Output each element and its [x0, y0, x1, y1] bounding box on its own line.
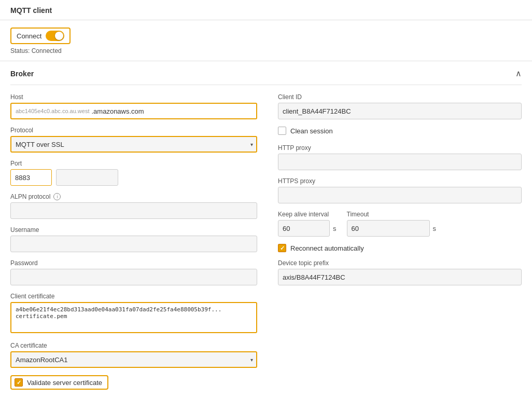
validate-cert-checkbox[interactable]	[15, 378, 23, 387]
protocol-select[interactable]: MQTT over SSL	[10, 136, 257, 153]
validate-cert-box[interactable]: Validate server certificate	[10, 375, 108, 390]
connect-section: Connect Status: Connected	[0, 20, 532, 61]
reconnect-checkbox[interactable]	[278, 244, 286, 252]
keep-alive-group: Keep alive interval s	[278, 211, 337, 237]
password-group: Password	[10, 259, 257, 285]
password-label: Password	[10, 259, 257, 267]
broker-section: Broker ∧ Host abc1405e4c0.abc.co.au.west…	[0, 61, 532, 400]
connect-row: Connect	[10, 28, 522, 44]
status-text: Status: Connected	[10, 47, 522, 54]
keep-alive-unit: s	[333, 225, 337, 232]
alpn-label: ALPN protocol	[10, 193, 50, 200]
clean-session-checkbox[interactable]	[278, 127, 286, 135]
https-proxy-group: HTTPS proxy	[278, 177, 522, 203]
alpn-info-icon[interactable]: i	[53, 193, 61, 200]
client-cert-label: Client certificate	[10, 293, 257, 300]
broker-title: Broker	[10, 70, 34, 78]
http-proxy-label: HTTP proxy	[278, 144, 522, 152]
timeout-input-row: s	[347, 220, 437, 237]
protocol-label: Protocol	[10, 127, 257, 134]
device-topic-input[interactable]	[278, 269, 522, 285]
timeout-input[interactable]	[347, 220, 430, 237]
username-group: Username	[10, 226, 257, 252]
device-topic-label: Device topic prefix	[278, 259, 522, 267]
connect-label: Connect	[17, 32, 41, 40]
http-proxy-input[interactable]	[278, 154, 522, 170]
username-input[interactable]	[10, 236, 257, 252]
host-group: Host abc1405e4c0.abc.co.au.west .amazona…	[10, 93, 257, 119]
client-id-group: Client ID	[278, 93, 522, 119]
reconnect-row: Reconnect automatically	[278, 244, 522, 252]
ca-cert-group: CA certificate AmazonRootCA1 ▾	[10, 342, 257, 368]
validate-cert-row: Validate server certificate	[10, 375, 257, 390]
clean-session-label: Clean session	[290, 127, 333, 135]
port-group: Port	[10, 160, 257, 186]
validate-cert-label: Validate server certificate	[27, 379, 102, 387]
page-title: MQTT client	[0, 0, 532, 20]
host-label: Host	[10, 93, 257, 101]
protocol-group: Protocol MQTT over SSL ▾	[10, 127, 257, 153]
http-proxy-group: HTTP proxy	[278, 144, 522, 170]
collapse-icon[interactable]: ∧	[515, 68, 522, 78]
ca-cert-label: CA certificate	[10, 342, 257, 349]
port-extra-input[interactable]	[56, 169, 118, 186]
alpn-group: ALPN protocol i	[10, 193, 257, 219]
password-input[interactable]	[10, 269, 257, 285]
timeout-label: Timeout	[347, 211, 437, 218]
keep-alive-input[interactable]	[278, 220, 330, 237]
port-label: Port	[10, 160, 257, 167]
reconnect-label: Reconnect automatically	[290, 244, 364, 252]
https-proxy-label: HTTPS proxy	[278, 177, 522, 185]
client-id-label: Client ID	[278, 93, 522, 101]
port-input[interactable]	[10, 169, 52, 186]
connect-toggle-box[interactable]: Connect	[10, 28, 71, 44]
ca-cert-select[interactable]: AmazonRootCA1	[10, 351, 257, 368]
broker-header: Broker ∧	[10, 61, 522, 85]
port-row	[10, 169, 257, 186]
connect-toggle[interactable]	[46, 31, 64, 41]
username-label: Username	[10, 226, 257, 234]
timeout-unit: s	[433, 225, 437, 232]
timeout-group: Timeout s	[347, 211, 437, 237]
protocol-select-wrapper: MQTT over SSL ▾	[10, 136, 257, 153]
interval-row: Keep alive interval s Timeout s	[278, 211, 522, 237]
alpn-input[interactable]	[10, 202, 257, 219]
https-proxy-input[interactable]	[278, 187, 522, 203]
keep-alive-input-row: s	[278, 220, 337, 237]
host-suffix: .amazonaws.com	[92, 107, 148, 115]
client-id-input[interactable]	[278, 103, 522, 119]
form-layout: Host abc1405e4c0.abc.co.au.west .amazona…	[10, 93, 522, 390]
ca-cert-select-wrapper: AmazonRootCA1 ▾	[10, 351, 257, 368]
form-right: Client ID Clean session HTTP proxy HTTPS…	[278, 93, 522, 390]
host-masked-value: abc1405e4c0.abc.co.au.west	[11, 108, 92, 114]
device-topic-group: Device topic prefix	[278, 259, 522, 285]
alpn-label-row: ALPN protocol i	[10, 193, 257, 200]
client-cert-group: Client certificate a4be06e21f4ec28bd313a…	[10, 293, 257, 335]
clean-session-row: Clean session	[278, 127, 522, 135]
keep-alive-label: Keep alive interval	[278, 211, 337, 218]
client-cert-input[interactable]: a4be06e21f4ec28bd313aad0e04aa031fa07dad2…	[10, 302, 257, 333]
form-left: Host abc1405e4c0.abc.co.au.west .amazona…	[10, 93, 257, 390]
